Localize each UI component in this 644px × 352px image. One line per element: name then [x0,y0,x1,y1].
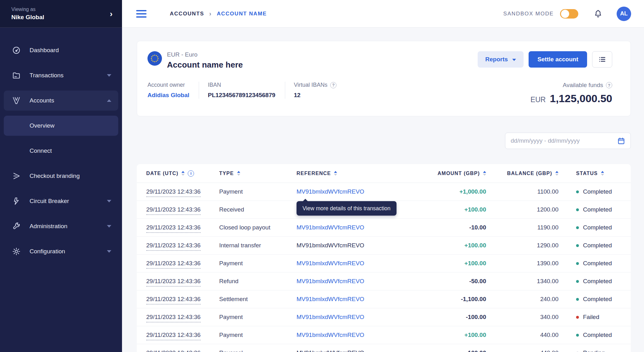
date-cell[interactable]: 29/11/2023 12:43:36 [146,349,201,352]
status-label: Completed [583,296,612,303]
date-range-input[interactable] [505,133,631,149]
org-switcher[interactable]: Viewing as Nike Global › [0,0,122,28]
balance-cell: 1290.00 [486,242,558,249]
status-dot-icon [576,190,579,193]
account-owner-group: Account owner Adidias Global [147,82,199,99]
org-switcher-text: Viewing as Nike Global [11,7,44,21]
column-header-date-utc-[interactable]: DATE (UTC)i [146,170,219,177]
column-header-type[interactable]: TYPE [219,171,297,176]
date-cell[interactable]: 29/11/2023 12:43:36 [146,332,201,340]
account-name: Account name here [167,60,243,70]
status-badge: Completed [576,224,621,231]
reference-text: MV91bmlxdWVfcmREVO [297,349,364,352]
date-cell[interactable]: 29/11/2023 12:43:36 [146,206,201,215]
sidebar-item-circuit-breaker[interactable]: Circuit Breaker [4,191,118,211]
account-owner-link[interactable]: Adidias Global [147,92,189,99]
type-cell: Payment [219,314,297,321]
table-header-row: DATE (UTC)iTYPEREFERENCEAMOUNT (GBP)BALA… [137,164,631,183]
amount-cell: +100.00 [464,260,486,267]
sort-icon[interactable] [601,171,604,176]
date-cell[interactable]: 29/11/2023 12:43:36 [146,314,201,322]
column-header-status[interactable]: STATUS [558,171,621,176]
column-label: AMOUNT (GBP) [438,171,480,176]
sidebar-item-administration[interactable]: Administration [4,216,118,236]
sandbox-mode-toggle[interactable] [560,9,578,19]
sidebar-item-label: Circuit Breaker [30,198,69,205]
column-header-amount-gbp-[interactable]: AMOUNT (GBP) [420,171,486,176]
type-cell: Reversal [219,349,297,352]
help-icon[interactable]: ? [606,82,612,88]
sidebar-item-accounts[interactable]: Accounts [4,91,118,111]
breadcrumb-accounts[interactable]: ACCOUNTS [170,11,204,17]
type-cell: Payment [219,332,297,338]
date-cell[interactable]: 29/11/2023 12:43:36 [146,242,201,251]
reports-button[interactable]: Reports [478,51,524,68]
reference-text: MV91bmlxdWVfcmREVO [297,242,364,249]
bolt-icon [12,196,21,206]
sort-icon[interactable] [555,171,558,176]
sidebar-item-configuration[interactable]: Configuration [4,241,118,261]
chevron-separator-icon: › [209,10,212,17]
reference-link[interactable]: MV91bmlxdWVfcmREVO [297,296,364,302]
status-badge: Completed [576,332,621,338]
reports-button-label: Reports [485,56,508,63]
list-view-button[interactable] [592,51,612,68]
type-cell: Payment [219,260,297,267]
reference-link[interactable]: MV91bmlxdWVfcmREVO [297,278,364,284]
date-cell[interactable]: 29/11/2023 12:43:36 [146,260,201,269]
sort-icon[interactable] [237,171,240,176]
chevron-down-icon [512,59,516,61]
breadcrumb-account-name[interactable]: ACCOUNT NAME [217,11,267,17]
iban-label: IBAN [208,82,275,88]
status-label: Completed [583,188,612,195]
status-badge: Completed [576,242,621,249]
notifications-bell-icon[interactable] [593,9,603,19]
sidebar-item-connect[interactable]: Connect [4,141,118,161]
date-cell[interactable]: 29/11/2023 12:43:36 [146,224,201,233]
viewing-as-label: Viewing as [11,7,44,12]
date-cell[interactable]: 29/11/2023 12:43:36 [146,188,201,197]
reference-link[interactable]: MV91bmlxdWVfcmREVO [297,224,364,231]
chevron-right-icon: › [110,10,113,18]
status-dot-icon [576,316,579,319]
type-cell: Refund [219,278,297,285]
status-dot-icon [576,298,579,301]
reference-link[interactable]: MV91bmlxdWVfcmREVO [297,314,364,320]
reference-link[interactable]: MV91bmlxdWVfcmREVO [297,332,364,338]
sidebar-item-transactions[interactable]: Transactions [4,65,118,85]
date-range-field[interactable] [511,137,617,144]
chevron-down-icon [107,200,111,202]
sort-icon[interactable] [483,171,486,176]
hamburger-menu-icon[interactable] [136,10,147,18]
amount-cell: +100.00 [464,242,486,249]
type-cell: Internal transfer [219,242,297,249]
status-dot-icon [576,244,579,247]
settle-account-button[interactable]: Settle account [529,51,587,68]
status-dot-icon [576,262,579,265]
help-icon[interactable]: ? [330,82,336,88]
filter-row [137,133,631,149]
status-badge: Failed [576,314,621,321]
column-header-balance-gbp-[interactable]: BALANCE (GBP) [486,171,558,176]
iban-group: IBAN PL123456789123456879 [199,82,285,99]
eur-flag-icon [147,51,162,66]
date-cell[interactable]: 29/11/2023 12:43:36 [146,278,201,287]
calendar-icon[interactable] [617,137,625,145]
main-area: ACCOUNTS › ACCOUNT NAME SANDBOX MODE AL [122,0,644,352]
reference-link[interactable]: MV91bmlxdWVfcmREVO [297,260,364,267]
status-dot-icon [576,226,579,229]
user-avatar[interactable]: AL [617,7,631,21]
amount-cell: +100.00 [464,332,486,338]
sort-icon[interactable] [181,171,185,176]
date-cell[interactable]: 29/11/2023 12:43:36 [146,296,201,305]
sidebar-item-overview[interactable]: Overview [4,116,118,136]
column-header-reference[interactable]: REFERENCE [297,171,420,176]
chevron-up-icon [107,99,111,102]
reference-link[interactable]: MV91bmlxdWVfcmREVO [297,188,364,195]
sort-icon[interactable] [334,171,337,176]
sidebar-item-checkout-branding[interactable]: Checkout branding [4,166,118,186]
available-funds: Available funds ? EUR 1,125,000.50 [530,82,612,105]
info-icon[interactable]: i [188,170,194,177]
balance-cell: 1390.00 [486,260,558,267]
sidebar-item-dashboard[interactable]: Dashboard [4,40,118,60]
